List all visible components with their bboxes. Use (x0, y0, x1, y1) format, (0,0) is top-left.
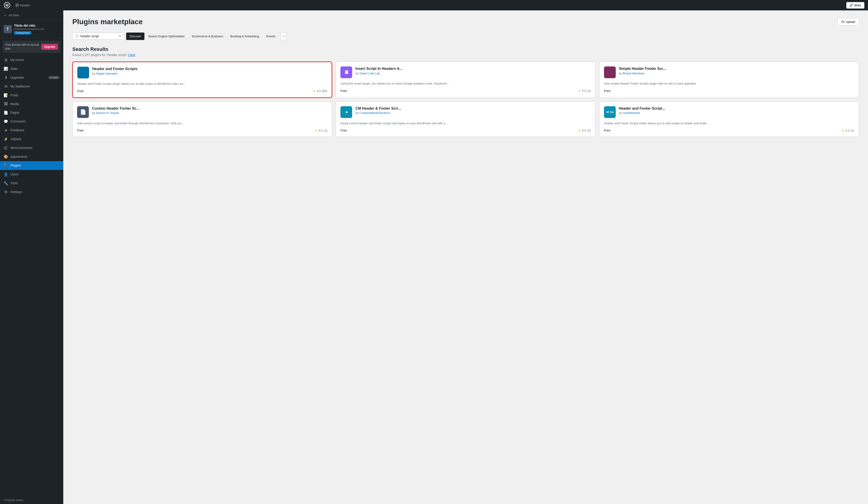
plugin-footer-cm-header-footer: Free ★ 5.0 (2) (340, 128, 591, 132)
plugin-author-link-simple-header-footer[interactable]: Bharat Mandava (623, 72, 644, 75)
plugin-author-link-custom-header-footer[interactable]: Nazmul H. Rupok (96, 111, 119, 115)
plugin-info-header-footer-scripts-adder: Header and Footer Script... by mahetheki… (619, 106, 854, 115)
plugin-card-top: 🖥 Insert Script In Headers A... by Geek … (340, 66, 591, 78)
sidebar-item-my-home[interactable]: ⊞ My Home (0, 55, 63, 64)
plugin-name-insert-script-headers: Insert Script In Headers A... (355, 66, 591, 71)
star-icon: ★ (315, 129, 317, 132)
topbar-right: Write (846, 2, 865, 9)
tabs-next-button[interactable]: › (280, 32, 287, 40)
star-icon: ★ (578, 89, 581, 92)
plugin-info-simple-header-footer: Simple Header Footer Scr... by Bharat Ma… (619, 66, 854, 75)
results-count-text: Found 1,577 plugins for "header script" (72, 53, 127, 57)
tools-icon: 🔧 (3, 181, 8, 185)
star-icon: ★ (313, 89, 316, 93)
plugin-footer-insert-script-headers: Free ★ 5.0 (3) (340, 89, 591, 93)
plugin-price-cm-header-footer: Free (340, 128, 347, 132)
sidebar-item-jetpack[interactable]: ⚡ Jetpack (0, 135, 63, 144)
plugin-info-cm-header-footer: CM Header & Footer Scri... by CreativeMi… (355, 106, 591, 115)
svg-rect-3 (16, 4, 17, 5)
media-icon: 🖼 (3, 102, 8, 106)
reader-button[interactable]: Reader (13, 2, 32, 8)
tab-booking[interactable]: Booking & Scheduling (227, 32, 262, 40)
upgrade-banner: Free domain with an annual plan Upgrade (3, 41, 61, 53)
upload-button[interactable]: Upload (837, 18, 859, 25)
rating-value: 5.0 (582, 129, 586, 132)
review-count: (2) (587, 129, 591, 132)
sidebar-item-label-jetpack: Jetpack (10, 137, 21, 141)
layout: All Sites T Título del sitio testweb336.… (0, 10, 868, 504)
plugin-description-cm-header-footer: Easily control header and footer scripts… (340, 121, 591, 126)
sidebar-item-upgrades[interactable]: ⬆ Upgrades Creator (0, 73, 63, 82)
sidebar-item-feedback[interactable]: ★ Feedback (0, 126, 63, 135)
rating-value: 4.5 (317, 89, 321, 93)
sidebar-item-my-mailboxes[interactable]: ✉ My Mailboxes (0, 82, 63, 91)
plugin-card-header-footer-scripts[interactable]: Header and Footer Scripts by Digital Lib… (72, 62, 332, 98)
plugin-card-top: HF SA Header and Footer Script... by mah… (604, 106, 854, 118)
sidebar-item-label-media: Media (10, 102, 19, 106)
write-button[interactable]: Write (846, 2, 865, 9)
tab-seo[interactable]: Search Engine Optimization (145, 32, 188, 40)
sidebar-item-posts[interactable]: 📝 Posts (0, 91, 63, 100)
plugin-description-header-footer-scripts: Header and Footer Scripts plugin allows … (77, 82, 327, 86)
search-input[interactable] (81, 34, 117, 38)
plugin-author-link-header-footer-scripts[interactable]: Digital Liberation (96, 72, 118, 75)
svg-rect-6 (16, 6, 17, 7)
plugin-author-header-footer-scripts: by Digital Liberation (92, 72, 327, 75)
reader-icon (16, 3, 19, 7)
plugin-price-header-footer-scripts: Free (77, 89, 84, 93)
plugin-card-custom-header-footer[interactable]: 📄 Custom Header Footer Sc... by Nazmul H… (72, 102, 332, 137)
sidebar-item-users[interactable]: 👤 Users (0, 170, 63, 179)
plugin-card-top: 📄 Custom Header Footer Sc... by Nazmul H… (77, 106, 327, 118)
svg-rect-5 (18, 5, 19, 7)
tab-discover[interactable]: Discover (126, 32, 144, 40)
sidebar-item-label-posts: Posts (10, 93, 18, 97)
plugin-author-link-insert-script-headers[interactable]: Geek Code Lab (359, 72, 380, 75)
sidebar-item-label-woocommerce: WooCommerce (10, 146, 32, 150)
nav-menu: ⊞ My Home 📊 Stats ⬆ Upgrades Creator ✉ M… (0, 55, 63, 196)
rating-value: 1.0 (845, 129, 849, 132)
sidebar-item-tools[interactable]: 🔧 Tools (0, 179, 63, 188)
reader-label: Reader (20, 3, 30, 7)
sidebar-item-appearance[interactable]: 🎨 Appearance (0, 152, 63, 161)
sidebar-item-pages[interactable]: 📄 Pages (0, 108, 63, 117)
search-box: ✕ (72, 33, 124, 40)
page-header: Plugins marketplace Upload (72, 18, 859, 26)
collapse-menu-button[interactable]: Collapse menu (0, 496, 63, 504)
plugin-info-insert-script-headers: Insert Script In Headers A... by Geek Co… (355, 66, 591, 75)
svg-text:W: W (6, 3, 9, 7)
review-count: (1) (324, 129, 327, 132)
plugin-name-cm-header-footer: CM Header & Footer Scri... (355, 106, 591, 111)
plugin-card-insert-script-headers[interactable]: 🖥 Insert Script In Headers A... by Geek … (336, 62, 596, 98)
upgrade-button[interactable]: Upgrade (41, 44, 58, 50)
sidebar-item-settings[interactable]: ⚙ Settings (0, 188, 63, 196)
plugin-rating: ★ 5.0 (2) (578, 129, 591, 132)
review-count: (56) (322, 89, 327, 93)
svg-rect-4 (18, 4, 19, 4)
rating-value: 5.0 (582, 89, 586, 92)
site-info: T Título del sitio testweb336.wordpress.… (0, 20, 63, 38)
sidebar-item-media[interactable]: 🖼 Media (0, 100, 63, 108)
clear-search-link[interactable]: Clear (128, 53, 135, 57)
plugin-card-cm-header-footer[interactable]: 🖥 CM Header & Footer Scri... by Creative… (336, 102, 596, 137)
tab-events[interactable]: Events (263, 32, 279, 40)
sidebar-item-label-my-mailboxes: My Mailboxes (10, 84, 30, 88)
sidebar-item-label-feedback: Feedback (10, 128, 24, 132)
plugin-icon-insert-script-headers: 🖥 (340, 66, 352, 78)
plugin-card-header-footer-scripts-adder[interactable]: HF SA Header and Footer Script... by mah… (599, 102, 859, 137)
plugin-description-custom-header-footer: Add custom script to header and footer t… (77, 121, 327, 126)
search-results-count: Found 1,577 plugins for "header script" … (72, 53, 859, 57)
coming-soon-badge: Coming Soon (14, 31, 31, 34)
sidebar-item-woocommerce[interactable]: 🛒 WooCommerce (0, 144, 63, 152)
plugin-card-top: Simple Header Footer Scr... by Bharat Ma… (604, 66, 854, 78)
search-clear-button[interactable]: ✕ (118, 34, 121, 38)
sidebar-item-comments[interactable]: 💬 Comments (0, 117, 63, 126)
sidebar-item-stats[interactable]: 📊 Stats (0, 64, 63, 73)
all-sites-link[interactable]: All Sites (0, 10, 63, 20)
sidebar-item-plugins[interactable]: 🔌 Plugins (0, 161, 63, 170)
plugin-author-link-header-footer-scripts-adder[interactable]: mahethekiller (623, 111, 640, 115)
sidebar-item-label-comments: Comments (10, 120, 26, 123)
plugin-author-link-cm-header-footer[interactable]: CreativeMindsSolutions (359, 111, 390, 115)
tab-ecommerce[interactable]: Ecommerce & Business (188, 32, 227, 40)
plugin-card-simple-header-footer[interactable]: Simple Header Footer Scr... by Bharat Ma… (599, 62, 859, 98)
sidebar-item-label-tools: Tools (10, 181, 18, 185)
